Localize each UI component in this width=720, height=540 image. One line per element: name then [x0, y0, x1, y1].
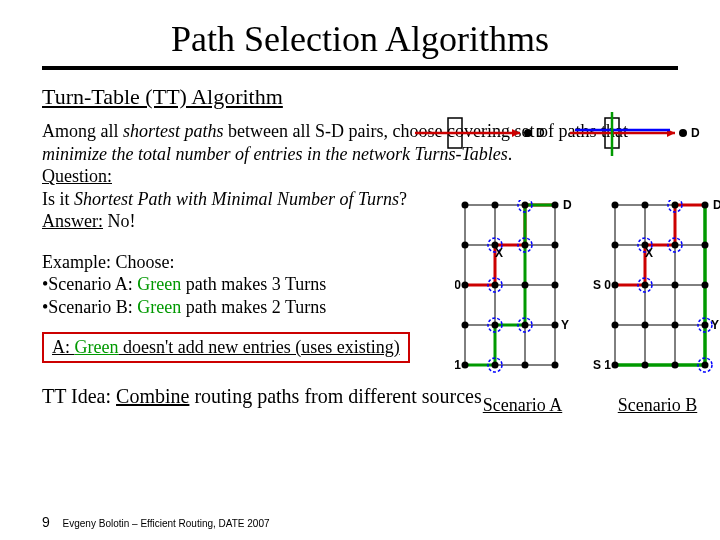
svg-point-9 [679, 129, 687, 137]
svg-point-40 [522, 322, 529, 329]
svg-point-37 [552, 282, 559, 289]
svg-point-27 [492, 202, 499, 209]
svg-text:S 0: S 0 [593, 278, 611, 292]
svg-point-83 [642, 362, 649, 369]
svg-point-80 [672, 322, 679, 329]
scenario-labels: Scenario A Scenario B [455, 395, 720, 416]
svg-text:X: X [495, 246, 503, 260]
svg-point-42 [462, 362, 469, 369]
label-D-top-left: D [536, 126, 545, 140]
svg-point-41 [552, 322, 559, 329]
bA-a: •Scenario A: [42, 274, 137, 294]
svg-point-38 [462, 322, 469, 329]
svg-text:X: X [645, 246, 653, 260]
svg-point-34 [462, 282, 469, 289]
svg-point-39 [492, 322, 499, 329]
svg-point-29 [552, 202, 559, 209]
tt-c: routing paths from different sources [189, 385, 481, 407]
svg-point-76 [672, 282, 679, 289]
tt-a: TT Idea: [42, 385, 116, 407]
answer-label: Answer: [42, 211, 103, 231]
crossbar-left: D [415, 118, 545, 148]
svg-point-32 [522, 242, 529, 249]
svg-text:D: D [563, 200, 572, 212]
svg-point-26 [462, 202, 469, 209]
svg-point-44 [522, 362, 529, 369]
svg-point-72 [672, 242, 679, 249]
svg-text:S 1: S 1 [455, 358, 461, 372]
svg-point-69 [702, 202, 709, 209]
crossbar-right: D [570, 112, 700, 156]
scenario-diagrams: D X S 0 Y S 1 D X S [455, 200, 720, 410]
bB-a: •Scenario B: [42, 297, 137, 317]
svg-text:D: D [713, 200, 720, 212]
answer-text: No! [103, 211, 136, 231]
svg-point-45 [552, 362, 559, 369]
footer-text: Evgeny Bolotin – Efficient Routing, DATE… [63, 518, 270, 529]
question-label: Question: [42, 166, 112, 186]
hl-b: Green [75, 337, 119, 357]
scenario-b-grid: D X S 0 Y S 1 [593, 200, 720, 372]
svg-point-43 [492, 362, 499, 369]
svg-point-28 [522, 202, 529, 209]
slide-title: Path Selection Algorithms [42, 18, 678, 60]
footer: 9 Evgeny Bolotin – Efficient Routing, DA… [42, 514, 270, 530]
svg-point-77 [702, 282, 709, 289]
scenario-a-label: Scenario A [455, 395, 590, 416]
bA-b: Green [137, 274, 181, 294]
svg-point-66 [612, 202, 619, 209]
question-block: Question: Is it Shortest Path with Minim… [42, 165, 452, 233]
section-subtitle: Turn-Table (TT) Algorithm [42, 84, 678, 110]
svg-text:S 1: S 1 [593, 358, 611, 372]
example-head: Example: Choose: [42, 251, 452, 274]
highlight-box: A: Green doesn't add new entries (uses e… [42, 332, 410, 363]
svg-point-30 [462, 242, 469, 249]
bA-c: path makes 3 Turns [181, 274, 326, 294]
svg-point-85 [702, 362, 709, 369]
bB-c: path makes 2 Turns [181, 297, 326, 317]
svg-point-74 [612, 282, 619, 289]
hl-c: doesn't add new entries (uses existing) [118, 337, 399, 357]
svg-point-81 [702, 322, 709, 329]
svg-text:Y: Y [561, 318, 569, 332]
svg-point-36 [522, 282, 529, 289]
svg-point-68 [672, 202, 679, 209]
svg-point-33 [552, 242, 559, 249]
slide-number: 9 [42, 514, 50, 530]
top-diagram: D D [410, 110, 710, 160]
svg-point-78 [612, 322, 619, 329]
hl-a: A: [52, 337, 75, 357]
svg-point-75 [642, 282, 649, 289]
svg-point-79 [642, 322, 649, 329]
scenario-b-label: Scenario B [590, 395, 720, 416]
q-italic: Shortest Path with Minimal Number of Tur… [74, 189, 399, 209]
svg-point-35 [492, 282, 499, 289]
q-tail: ? [399, 189, 407, 209]
tt-b: Combine [116, 385, 189, 407]
bB-b: Green [137, 297, 181, 317]
title-rule [42, 66, 678, 70]
svg-point-84 [672, 362, 679, 369]
svg-text:Y: Y [711, 318, 719, 332]
svg-point-67 [642, 202, 649, 209]
svg-point-70 [612, 242, 619, 249]
svg-marker-2 [512, 129, 520, 137]
p1-a: Among all [42, 121, 123, 141]
label-D-top-right: D [691, 126, 700, 140]
example-block: Example: Choose: •Scenario A: Green path… [42, 251, 452, 319]
scenario-a-grid: D X S 0 Y S 1 [455, 200, 572, 372]
svg-point-82 [612, 362, 619, 369]
q-text: Is it [42, 189, 74, 209]
p1-b: shortest paths [123, 121, 224, 141]
svg-text:S 0: S 0 [455, 278, 461, 292]
svg-point-73 [702, 242, 709, 249]
svg-point-3 [524, 129, 532, 137]
